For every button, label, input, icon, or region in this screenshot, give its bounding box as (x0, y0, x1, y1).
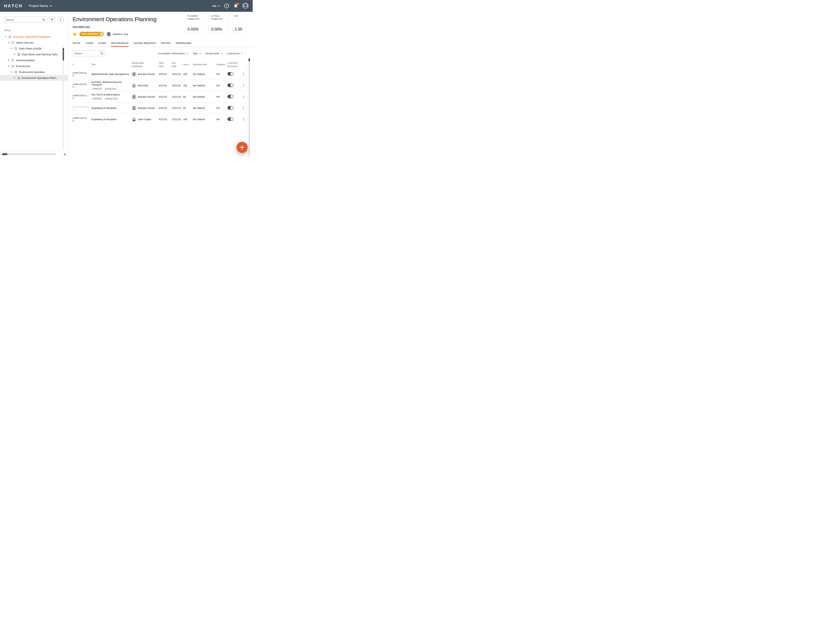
row-menu-button[interactable] (242, 106, 245, 110)
tree-item-early-works-and-planning-tools[interactable]: Early Works and Planning Tools... (0, 51, 68, 57)
scrollbar-thumb[interactable] (63, 48, 64, 60)
sidebar-horizontal-scrollbar[interactable] (2, 153, 56, 155)
controlled-document-toggle[interactable] (227, 117, 234, 121)
project-tree: Execution Operational Readiness Admin Se… (0, 34, 68, 81)
table-row[interactable]: DELIVERABLE # Expediting & Reception Bra… (73, 102, 245, 114)
progress: 0% (216, 107, 227, 109)
table-row[interactable]: CHM-010CUL-0... Expediting & Reception J… (73, 114, 245, 125)
filter-incomplete-deliverables[interactable]: Incomplete Deliverables (158, 52, 188, 55)
chevron-down-icon[interactable] (5, 35, 7, 38)
document-icon (17, 76, 20, 79)
tree-item-environment-operations-planning[interactable]: Environment Operations Plann... (0, 75, 68, 81)
tab-permissions[interactable]: PERMISSIONS (175, 42, 191, 47)
responsible-avatar (132, 106, 136, 110)
collapse-sidebar-button[interactable] (61, 150, 68, 158)
user-avatar[interactable] (242, 3, 249, 9)
stat-label: SPI (235, 14, 243, 17)
chevron-down-icon (221, 53, 223, 54)
favorite-star-icon[interactable] (73, 32, 77, 36)
controlled-document-toggle[interactable] (227, 95, 234, 98)
filter-responsible[interactable]: Responsible (205, 52, 223, 55)
table-row[interactable]: CHM-010CUL-0... Key Terms & Abbrevations… (73, 91, 245, 102)
controlled-document-toggle[interactable] (227, 84, 234, 87)
deliverable-title-cell: Key Terms & Abbrevations ORMS R2 Floatin… (92, 93, 132, 100)
stat-label: ACTUAL COMPLETE (211, 14, 226, 21)
tree-item-environment[interactable]: Environment (0, 63, 68, 69)
project-selector[interactable]: Project Name (29, 4, 52, 8)
stat-label: PLANNED COMPLETE (188, 14, 203, 21)
chevron-down-icon[interactable] (13, 53, 16, 56)
blocks-icon (11, 59, 14, 62)
blocks-outline-icon (14, 47, 17, 50)
chevron-down-icon[interactable] (10, 71, 13, 73)
chevron-right-icon[interactable] (7, 59, 10, 62)
status-badge: NOT STARTED (79, 32, 104, 36)
help-button[interactable]: ? (224, 3, 229, 8)
filter-lookahead[interactable]: Lookahead (227, 52, 243, 55)
sidebar-vertical-scrollbar[interactable] (63, 47, 64, 150)
chevron-down-icon (241, 53, 243, 54)
language-selector[interactable]: EN (213, 5, 220, 7)
tree-item-early-phase-of-adm[interactable]: Early Phase of ADM (0, 46, 68, 51)
chevron-down-icon[interactable] (10, 47, 13, 50)
filter-label: Lookahead (227, 52, 239, 55)
row-menu-button[interactable] (242, 117, 245, 121)
stat-value: 0.00% (188, 27, 203, 32)
tab-change-requests[interactable]: CHANGE REQUESTS (133, 42, 156, 47)
deliverable-number: CHM-010CUL-0... (73, 117, 92, 122)
main-vertical-scrollbar[interactable] (248, 59, 250, 157)
row-menu-button[interactable] (242, 72, 245, 76)
topbar-actions: EN ? 1 (213, 3, 249, 9)
table-row[interactable]: CHM-010CUL-0... Inventory, Warehousing a… (73, 80, 245, 91)
tree-item-environment-operation[interactable]: Environment Operation (0, 69, 68, 75)
chevron-down-icon[interactable] (13, 77, 16, 79)
tree-item-admin-services[interactable]: Admin Services (0, 40, 68, 46)
main-panel: Environment Operations Planning CDV-BRS-… (68, 12, 253, 158)
progress: 0% (216, 73, 227, 76)
tab-scope[interactable]: SCOPE (98, 42, 106, 47)
scrollbar-thumb[interactable] (248, 58, 250, 61)
chevron-down-icon (218, 5, 220, 6)
tab-deliverables[interactable]: DELIVERABLES (111, 42, 129, 47)
tree-item-communications[interactable]: Communications (0, 57, 68, 63)
row-menu-button[interactable] (242, 84, 245, 87)
col-hours: Hours (183, 63, 193, 66)
responsible-avatar (132, 95, 136, 99)
tab-history[interactable]: HISTORY (161, 42, 171, 47)
sidebar-filter-button[interactable] (49, 17, 55, 23)
controlled-document-toggle[interactable] (227, 72, 234, 76)
sidebar-search-input[interactable] (4, 17, 47, 23)
svg-text:?: ? (226, 5, 227, 7)
hours: 50 (183, 107, 193, 109)
tree-item-execution-operational-readiness[interactable]: Execution Operational Readiness (0, 34, 68, 40)
app-window: HΛTCH Project Name EN ? 1 (0, 0, 253, 158)
stop-icon (100, 33, 103, 36)
project-name-label: Project Name (29, 4, 48, 8)
filter-icon (51, 19, 54, 21)
notifications-button[interactable]: 1 (234, 3, 238, 8)
deliverable-title-cell: Material Master Data Management (92, 73, 132, 76)
add-deliverable-button[interactable] (237, 142, 248, 153)
deliverable-number: CHM-010CUL-0... (73, 94, 92, 99)
tag-badge: Floating Tanks (104, 97, 119, 100)
deliverable-title-cell: Expediting & Reception (92, 107, 132, 109)
col-progress: Progress (216, 63, 227, 66)
chevron-down-icon[interactable] (7, 41, 10, 44)
start-date: 6/21/19 (159, 107, 172, 109)
owner-name: Hawkins, Guy (113, 33, 128, 35)
sidebar-menu-button[interactable] (57, 17, 63, 23)
tab-curve[interactable]: CURVE (85, 42, 94, 47)
filter-tags[interactable]: Tags (193, 52, 201, 55)
controlled-document-toggle[interactable] (227, 106, 234, 109)
row-menu-button[interactable] (242, 95, 245, 99)
tab-bar: DETAIL CURVE SCOPE DELIVERABLES CHANGE R… (68, 42, 253, 47)
responsible-cell: Brandon Russel (132, 95, 159, 99)
filter-label: Incomplete Deliverables (158, 52, 185, 55)
scrollbar-thumb[interactable] (2, 153, 7, 155)
planned-complete-card: PLANNED COMPLETE 0.00% (185, 12, 205, 34)
chevron-down-icon[interactable] (7, 65, 10, 68)
tab-detail[interactable]: DETAIL (73, 42, 81, 47)
responsible-avatar (132, 72, 136, 76)
responsible-name: Brandon Russel (138, 73, 155, 76)
table-row[interactable]: CHM-010CUL-0... Material Master Data Man… (73, 68, 245, 80)
